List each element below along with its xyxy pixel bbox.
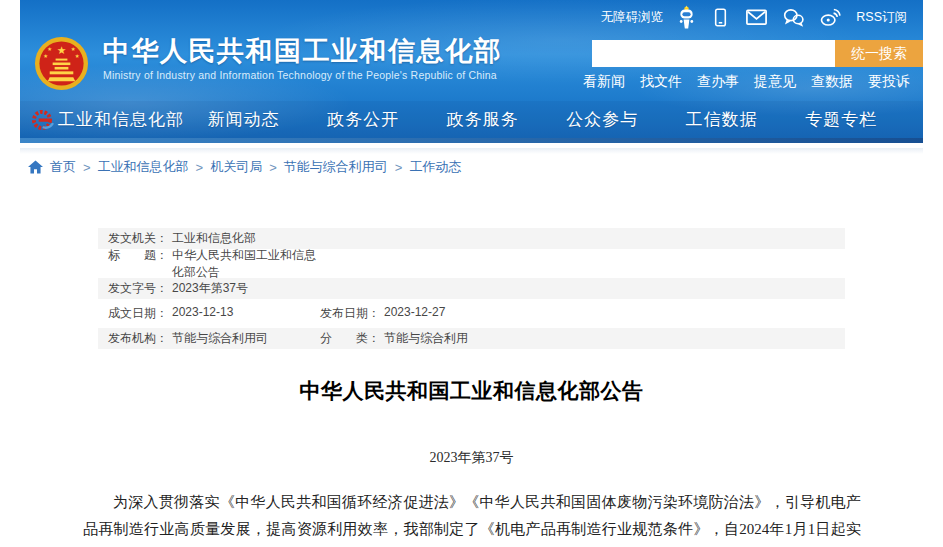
rss-link[interactable]: RSS订阅 [856,9,907,26]
breadcrumb-item-work-news[interactable]: 工作动态 [409,158,461,176]
mobile-icon[interactable] [710,7,731,28]
header-divider-band [20,148,923,154]
document-meta-table: 发文机关： 工业和信息化部 标 题： 中华人民共和国工业和信息化部公告 发文字号… [98,228,845,353]
document-body-paragraph: 为深入贯彻落实《中华人民共和国循环经济促进法》《中华人民共和国固体废物污染环境防… [83,489,861,547]
quick-link-services[interactable]: 查办事 [697,73,739,91]
quick-links: 看新闻 找文件 查办事 提意见 查数据 要投诉 [583,73,910,91]
wechat-icon[interactable] [782,7,805,27]
site-subtitle: Ministry of Industry and Information Tec… [103,69,502,81]
meta-value: 2023-12-27 [384,305,445,322]
nav-item-special-topics[interactable]: 专题专栏 [782,108,902,131]
weibo-icon[interactable] [819,7,842,27]
meta-value: 2023年第37号 [172,280,248,297]
svg-text:★: ★ [57,44,67,56]
meta-label: 发文机关： [108,230,168,247]
breadcrumb: 首页 > 工业和信息化部 > 机关司局 > 节能与综合利用司 > 工作动态 [28,158,461,176]
meta-label: 成文日期： [108,305,168,322]
breadcrumb-separator: > [196,160,204,175]
quick-link-feedback[interactable]: 提意见 [754,73,796,91]
quick-link-data[interactable]: 查数据 [811,73,853,91]
meta-row-doc-number: 发文字号： 2023年第37号 [98,278,845,299]
accessibility-link[interactable]: 无障碍浏览 [601,9,664,26]
mail-icon[interactable] [745,7,768,27]
topbar: 无障碍浏览 [601,0,923,34]
meta-label: 发布机构： [108,330,168,347]
breadcrumb-item-energy-dept[interactable]: 节能与综合利用司 [284,158,388,176]
nav-item-public-participation[interactable]: 公众参与 [543,108,663,131]
site-title: 中华人民共和国工业和信息化部 [103,36,502,66]
site-brand: ★ ★ ★ ★ ★ 中华人民共和国工业和信息化部 Ministry of Ind… [34,36,502,91]
meta-row-publisher-category: 发布机构： 节能与综合利用司 分 类： 节能与综合利用 [98,328,845,349]
search-bar: 统一搜索 [592,40,923,67]
quick-link-news[interactable]: 看新闻 [583,73,625,91]
quick-link-documents[interactable]: 找文件 [640,73,682,91]
search-input[interactable] [592,40,835,67]
gov-e-gear-logo-icon [30,108,54,132]
svg-text:★: ★ [43,53,48,59]
breadcrumb-separator: > [395,160,403,175]
nav-item-gov-service[interactable]: 政务服务 [423,108,543,131]
meta-value: 工业和信息化部 [172,230,256,247]
meta-value: 中华人民共和国工业和信息化部公告 [172,247,320,281]
meta-value: 2023-12-13 [172,305,233,322]
nav-item-miit[interactable]: 工业和信息化部 [58,108,184,131]
meta-label: 发文字号： [108,280,168,297]
meta-row-title: 标 题： 中华人民共和国工业和信息化部公告 [98,253,845,274]
breadcrumb-separator: > [83,160,91,175]
mascot-robot-icon[interactable] [677,5,696,30]
nav-item-gov-open[interactable]: 政务公开 [304,108,424,131]
nav-item-news[interactable]: 新闻动态 [184,108,304,131]
meta-value: 节能与综合利用司 [172,330,268,347]
meta-row-dates: 成文日期： 2023-12-13 发布日期： 2023-12-27 [98,303,845,324]
national-emblem-logo: ★ ★ ★ ★ ★ [34,36,89,91]
svg-text:★: ★ [47,46,52,52]
main-nav: 工业和信息化部 新闻动态 政务公开 政务服务 公众参与 工信数据 专题专栏 [20,101,923,138]
svg-text:★: ★ [71,46,76,52]
home-icon[interactable] [28,160,43,174]
meta-label: 发布日期： [320,305,380,322]
breadcrumb-separator: > [269,160,277,175]
document-number: 2023年第37号 [0,449,943,467]
meta-value: 节能与综合利用 [384,330,468,347]
meta-label: 标 题： [108,247,168,281]
site-header: 无障碍浏览 [20,0,923,143]
svg-text:★: ★ [75,53,80,59]
miit-webpage: 无障碍浏览 [0,0,943,547]
breadcrumb-item-departments[interactable]: 机关司局 [210,158,262,176]
breadcrumb-item-miit[interactable]: 工业和信息化部 [98,158,189,176]
search-button[interactable]: 统一搜索 [835,40,923,67]
breadcrumb-home[interactable]: 首页 [50,158,76,176]
document-title: 中华人民共和国工业和信息化部公告 [0,377,943,405]
quick-link-complaint[interactable]: 要投诉 [868,73,910,91]
nav-item-miit-data[interactable]: 工信数据 [662,108,782,131]
meta-label: 分 类： [320,330,380,347]
